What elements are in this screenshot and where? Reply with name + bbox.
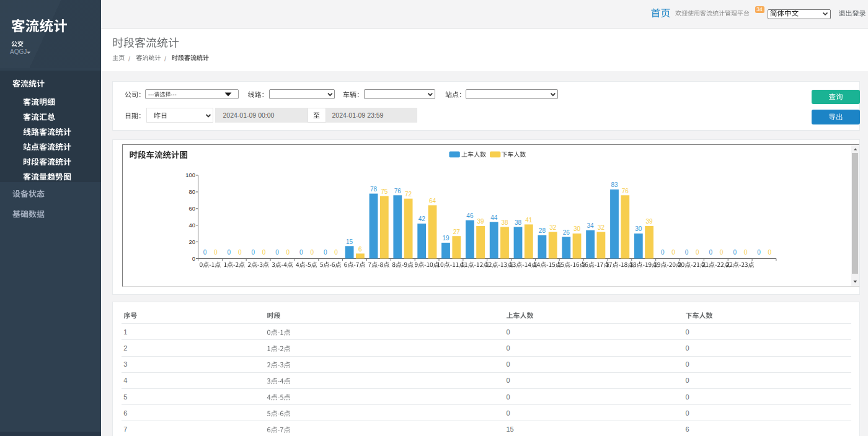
svg-text:0: 0 [324, 249, 327, 256]
svg-text:0: 0 [275, 249, 279, 256]
svg-text:32: 32 [549, 224, 557, 231]
svg-text:60: 60 [188, 205, 195, 212]
svg-text:75: 75 [381, 188, 388, 195]
svg-text:0: 0 [214, 249, 218, 256]
svg-text:64: 64 [429, 198, 436, 204]
svg-text:38: 38 [501, 219, 508, 226]
svg-text:15: 15 [346, 238, 353, 245]
svg-text:72: 72 [405, 191, 412, 198]
svg-text:0: 0 [733, 249, 737, 256]
svg-text:6: 6 [358, 246, 362, 253]
svg-text:0: 0 [238, 249, 242, 256]
svg-text:100: 100 [185, 172, 195, 178]
svg-text:28: 28 [539, 227, 546, 234]
svg-text:78: 78 [370, 186, 378, 193]
svg-text:0: 0 [286, 249, 290, 256]
svg-text:42: 42 [418, 216, 426, 222]
svg-text:0: 0 [203, 249, 207, 256]
svg-text:30: 30 [635, 225, 642, 232]
svg-text:0: 0 [768, 249, 772, 256]
svg-text:0: 0 [228, 249, 231, 256]
svg-text:0: 0 [310, 249, 314, 256]
svg-text:0: 0 [685, 249, 689, 256]
svg-text:39: 39 [477, 218, 485, 225]
svg-text:0: 0 [757, 249, 761, 256]
svg-text:80: 80 [188, 188, 195, 195]
svg-text:26: 26 [563, 229, 570, 236]
svg-text:0: 0 [744, 249, 748, 256]
svg-text:19: 19 [442, 235, 450, 242]
svg-text:0: 0 [262, 249, 266, 256]
svg-text:76: 76 [622, 188, 629, 194]
svg-text:0: 0 [192, 255, 195, 262]
svg-text:46: 46 [466, 212, 474, 219]
svg-text:27: 27 [453, 229, 461, 235]
svg-text:44: 44 [490, 214, 498, 221]
svg-text:20: 20 [188, 238, 195, 245]
svg-text:39: 39 [646, 218, 653, 225]
svg-text:40: 40 [188, 222, 195, 229]
svg-text:0: 0 [696, 249, 699, 256]
svg-text:76: 76 [394, 188, 402, 194]
svg-text:0: 0 [671, 249, 675, 256]
svg-text:0: 0 [720, 249, 724, 256]
svg-text:34: 34 [587, 222, 595, 229]
svg-text:32: 32 [598, 224, 605, 231]
svg-text:83: 83 [611, 181, 618, 188]
svg-text:30: 30 [574, 225, 581, 232]
svg-text:38: 38 [515, 219, 522, 226]
svg-text:0: 0 [709, 249, 713, 256]
svg-text:0: 0 [251, 249, 255, 256]
svg-text:41: 41 [525, 217, 533, 224]
svg-text:0: 0 [299, 249, 303, 256]
svg-text:0: 0 [661, 249, 665, 256]
svg-text:0: 0 [334, 249, 338, 256]
